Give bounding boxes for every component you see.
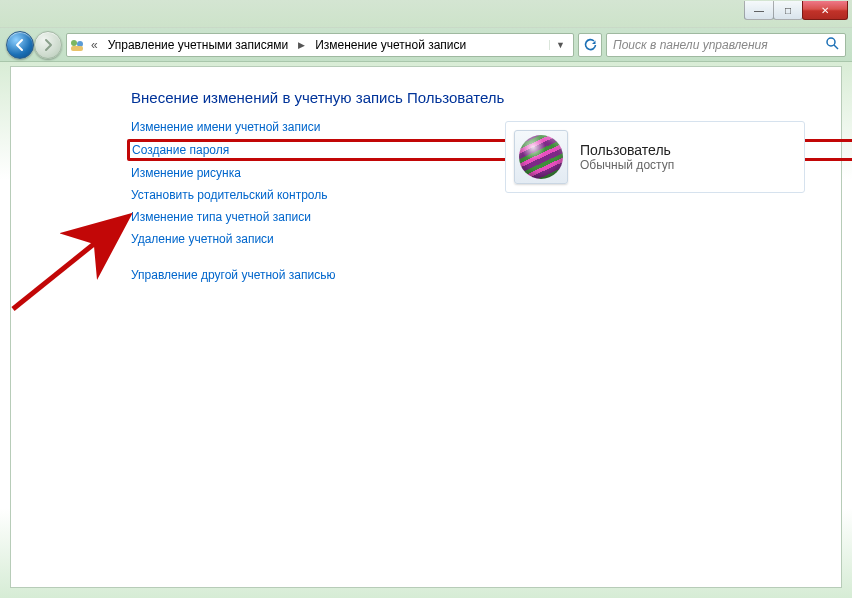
link-change-type[interactable]: Изменение типа учетной записи xyxy=(131,210,311,224)
search-input[interactable]: Поиск в панели управления xyxy=(606,33,846,57)
page-title: Внесение изменений в учетную запись Поль… xyxy=(131,89,819,106)
link-change-picture[interactable]: Изменение рисунка xyxy=(131,166,241,180)
user-name: Пользователь xyxy=(580,142,674,158)
user-accounts-icon xyxy=(69,37,85,53)
search-placeholder: Поиск в панели управления xyxy=(613,38,768,52)
nav-back-button[interactable] xyxy=(6,31,34,59)
content-panel: Внесение изменений в учетную запись Поль… xyxy=(10,66,842,588)
window-titlebar: — □ ✕ xyxy=(0,0,852,28)
refresh-icon xyxy=(583,38,597,52)
address-dropdown[interactable]: ▼ xyxy=(549,40,571,50)
link-change-name[interactable]: Изменение имени учетной записи xyxy=(131,120,320,134)
address-bar[interactable]: « Управление учетными записями ▶ Изменен… xyxy=(66,33,574,57)
user-account-card[interactable]: Пользователь Обычный доступ xyxy=(505,121,805,193)
maximize-icon: □ xyxy=(785,5,791,16)
arrow-left-icon xyxy=(13,38,27,52)
breadcrumb-item[interactable]: Изменение учетной записи xyxy=(311,38,470,52)
svg-point-3 xyxy=(827,38,835,46)
refresh-button[interactable] xyxy=(578,33,602,57)
close-button[interactable]: ✕ xyxy=(802,1,848,20)
nav-forward-button[interactable] xyxy=(34,31,62,59)
avatar-frame xyxy=(514,130,568,184)
minimize-button[interactable]: — xyxy=(744,1,774,20)
link-create-password[interactable]: Создание пароля xyxy=(132,143,229,157)
svg-line-5 xyxy=(13,219,125,309)
minimize-icon: — xyxy=(754,5,764,16)
search-icon xyxy=(825,36,839,53)
nav-arrows xyxy=(6,31,62,59)
svg-point-0 xyxy=(71,40,77,46)
svg-rect-2 xyxy=(71,46,83,51)
close-icon: ✕ xyxy=(821,5,829,16)
arrow-right-icon xyxy=(41,38,55,52)
link-parental-controls[interactable]: Установить родительский контроль xyxy=(131,188,328,202)
chevron-right-icon[interactable]: ▶ xyxy=(296,40,307,50)
link-delete-account[interactable]: Удаление учетной записи xyxy=(131,232,274,246)
breadcrumb-item[interactable]: Управление учетными записями xyxy=(104,38,292,52)
link-manage-other[interactable]: Управление другой учетной записью xyxy=(131,268,335,282)
navigation-bar: « Управление учетными записями ▶ Изменен… xyxy=(0,28,852,62)
breadcrumb-overflow[interactable]: « xyxy=(89,38,100,52)
svg-line-4 xyxy=(834,45,838,49)
user-role: Обычный доступ xyxy=(580,158,674,172)
avatar-icon xyxy=(519,135,563,179)
user-meta: Пользователь Обычный доступ xyxy=(580,142,674,172)
window-controls: — □ ✕ xyxy=(745,1,848,20)
maximize-button[interactable]: □ xyxy=(773,1,803,20)
